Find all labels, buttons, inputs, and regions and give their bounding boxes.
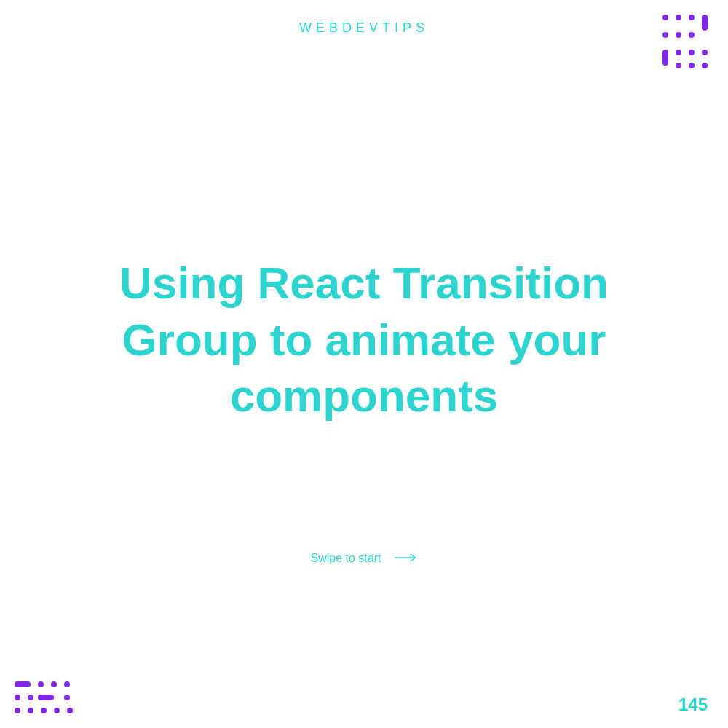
svg-point-26	[54, 708, 60, 713]
arrow-right-icon	[394, 552, 417, 565]
svg-rect-8	[662, 50, 668, 66]
svg-point-13	[689, 63, 695, 68]
brand-label: WEBDEVTIPS	[299, 20, 429, 36]
svg-point-12	[676, 63, 681, 68]
svg-rect-15	[15, 681, 31, 687]
svg-point-17	[51, 681, 57, 687]
decorative-dots-icon	[13, 680, 79, 718]
svg-rect-21	[38, 695, 54, 700]
svg-point-20	[28, 695, 33, 700]
swipe-label: Swipe to start	[311, 552, 381, 565]
svg-point-25	[41, 708, 47, 713]
svg-point-23	[15, 708, 20, 713]
svg-point-19	[15, 695, 20, 700]
page-number: 145	[678, 695, 708, 715]
svg-point-27	[67, 708, 73, 713]
page-title: Using React Transition Group to animate …	[55, 255, 673, 424]
svg-point-22	[64, 695, 70, 700]
svg-point-1	[662, 15, 668, 20]
svg-point-10	[689, 50, 695, 55]
svg-rect-4	[702, 15, 708, 31]
svg-point-16	[38, 681, 44, 687]
svg-point-2	[676, 15, 681, 20]
svg-point-14	[702, 63, 708, 68]
svg-point-7	[689, 32, 695, 38]
svg-point-5	[662, 32, 668, 38]
svg-point-18	[64, 681, 70, 687]
swipe-cta[interactable]: Swipe to start	[311, 552, 418, 565]
decorative-dots-icon	[661, 13, 712, 74]
svg-point-9	[676, 50, 681, 55]
svg-point-6	[676, 32, 681, 38]
svg-point-24	[28, 708, 33, 713]
svg-point-3	[689, 15, 695, 20]
svg-point-11	[702, 50, 708, 55]
